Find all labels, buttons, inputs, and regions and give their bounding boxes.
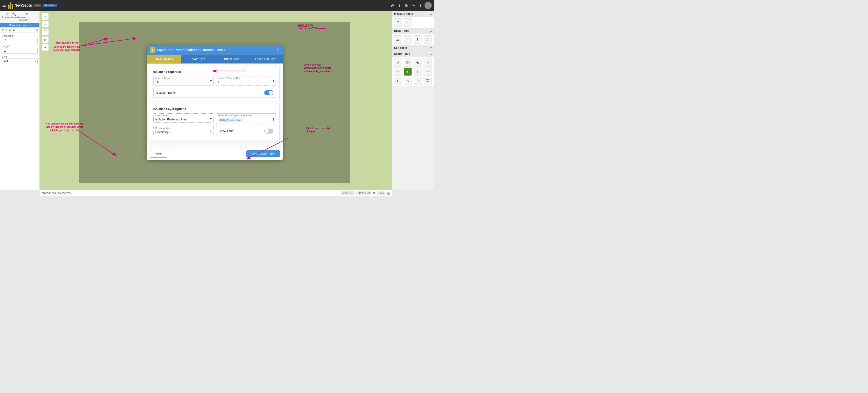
septic-tool-5[interactable]: ⊣ (394, 68, 402, 76)
units-value: foot (3, 60, 8, 63)
nav-forward-arrow[interactable]: › (36, 15, 38, 19)
map-location-button[interactable]: ⊕ (42, 36, 49, 43)
expand-button[interactable]: ⛶ (42, 29, 49, 35)
save-button[interactable]: Save Layer Edits (246, 150, 279, 157)
measure-tools-toggle-icon: ▲ (430, 13, 432, 15)
tab-buffer-style[interactable]: Buffer Style (215, 55, 249, 63)
layer-controls: ① 👁 🔒 ★ ✕ (0, 27, 39, 33)
septic-tools-header[interactable]: Septic Tools ▲ (392, 51, 434, 57)
units-label: Units (2, 55, 38, 58)
layer-back-icon[interactable]: ① (1, 28, 4, 32)
isolation-distance-group: Isolation Distance (153, 76, 214, 86)
tab-layer-style[interactable]: Layer Style (181, 55, 215, 63)
basic-tool-2[interactable]: ⬚ (404, 35, 412, 43)
modal-close-button[interactable]: × (276, 48, 279, 52)
basic-tool-4[interactable]: ⚓ (424, 35, 432, 43)
layers-icon: ⊞ (6, 12, 9, 16)
isolation-distance-unit-group: Isolation Distance Unit ft m (216, 76, 276, 86)
septic-tool-11[interactable]: T↑ (413, 77, 422, 85)
version-badge: 2.9.4 (34, 4, 41, 7)
modal-overlay: ◈ Layer Edit Prompt (Isolation Features … (79, 22, 350, 183)
septic-tool-1[interactable]: ↺ (394, 59, 402, 67)
show-label-label: Show Label (219, 129, 262, 133)
app-name: NewSeptic (14, 3, 33, 7)
app-logo: NewSeptic 2.9.4 First Map (8, 2, 57, 9)
septic-tool-9[interactable]: ⬆ (394, 77, 402, 85)
modal-header-icon: ◈ (150, 47, 155, 53)
layer-name-feature-row: Layer Name Isolation Features Lines Sele… (153, 113, 276, 124)
geometry-type-group: Geometry Type LineString Point Polygon (153, 126, 214, 136)
basic-tools-header[interactable]: Basic Tools ▲ (392, 28, 434, 34)
modal-tabs: Layer Options Layer Style Buffer Style L… (147, 55, 283, 63)
nav-tab-layers[interactable]: ⊞ Layers (4, 12, 11, 21)
isolation-buffer-toggle[interactable] (264, 90, 273, 95)
top-bar: ☰ NewSeptic 2.9.4 First Map 🖨 ℹ ⚙ ✂ ℹ (0, 0, 434, 11)
first-map-badge[interactable]: First Map (43, 4, 57, 7)
basic-tool-3[interactable]: ⬇ (413, 35, 422, 43)
septic-tools-toggle-icon: ▲ (430, 53, 432, 55)
layer-lock-icon[interactable]: 🔒 (8, 28, 12, 32)
map-add-button[interactable]: + (42, 44, 49, 51)
length-input[interactable] (2, 48, 38, 54)
soil-tools-header[interactable]: Soil Tools ▼ (392, 45, 434, 51)
nav-tab-feature-properties[interactable]: ≡ Feature Properties (18, 12, 36, 21)
zoom-badge: Zoom 20.0 (341, 191, 355, 195)
layer-close-icon[interactable]: ✕ (36, 28, 38, 32)
logo-bars-icon (8, 2, 13, 9)
select-feature-chip: Utility Service Line (218, 118, 243, 122)
geometry-showlabel-row: Geometry Type LineString Point Polygon S… (153, 126, 276, 136)
layer-eye-icon[interactable]: 👁 (5, 28, 7, 32)
help-icon[interactable]: ℹ (419, 2, 422, 9)
modal-header: ◈ Layer Edit Prompt (Isolation Features … (147, 45, 283, 55)
septic-tool-3[interactable]: Hs (413, 59, 422, 67)
septic-tool-10[interactable]: △ (404, 77, 412, 85)
avatar[interactable] (425, 2, 432, 9)
measure-tool-2[interactable]: ⬚ (404, 18, 412, 27)
septic-tool-8[interactable]: ↩ (424, 68, 432, 76)
basic-tool-1[interactable]: ☁ (394, 35, 402, 43)
left-panel-nav: ‹ ⊞ Layers 🔍 Search ≡ Feature Properties… (0, 11, 39, 23)
zoom-in-button[interactable]: + (42, 13, 49, 20)
next-button[interactable]: Next (150, 150, 167, 158)
select-feature-group: Select Feature Type or Insert New Utilit… (216, 113, 276, 124)
left-form: Description Length Units foot ▾ (0, 33, 39, 189)
left-panel: ‹ ⊞ Layers 🔍 Search ≡ Feature Properties… (0, 11, 40, 189)
layer-star-icon[interactable]: ★ (13, 28, 15, 32)
cut-icon[interactable]: ✂ (411, 2, 416, 9)
print-icon[interactable]: 🖨 (390, 2, 396, 9)
nav-back-arrow[interactable]: ‹ (2, 15, 3, 19)
septic-tool-4[interactable]: ⚡ (424, 59, 432, 67)
isolation-buffer-knob (269, 91, 273, 95)
layer-edit-modal: ◈ Layer Edit Prompt (Isolation Features … (147, 45, 283, 160)
menu-icon[interactable]: ☰ (2, 3, 6, 8)
soil-tools-title: Soil Tools (394, 46, 407, 50)
map-area[interactable]: + − ⛶ ⊕ + Mult-tabbed form Click on the … (40, 11, 392, 189)
septic-tool-2[interactable]: 🏠 (404, 59, 412, 67)
nav-tab-search[interactable]: 🔍 Search (11, 12, 18, 21)
measure-tool-1[interactable]: 📍 (394, 18, 402, 27)
description-label: Description (2, 34, 38, 37)
isolation-layer-options-title: Isolation Layer Options (153, 107, 276, 111)
length-label: Length (2, 45, 38, 48)
septic-tool-7[interactable]: ℹ (413, 68, 422, 76)
tab-layer-options[interactable]: Layer Options (147, 55, 181, 63)
description-input[interactable] (2, 38, 38, 43)
modal-body: Isolation Properties Isolation Distance … (147, 63, 283, 148)
tab-layer-text-style[interactable]: Layer Text Style (249, 55, 283, 63)
zoom-out-button[interactable]: − (42, 21, 49, 28)
status-settings-icon[interactable]: ⚙ (373, 192, 375, 195)
status-home-icon[interactable]: 🏠 (387, 192, 390, 195)
septic-tool-12[interactable]: 📅 (424, 77, 432, 85)
show-label-toggle[interactable] (264, 128, 273, 133)
info-icon[interactable]: ℹ (398, 2, 401, 9)
septic-tool-6-active[interactable]: ● (404, 68, 412, 76)
units-badge[interactable]: Units (377, 191, 385, 195)
settings-icon[interactable]: ⚙ (404, 2, 409, 9)
show-label-toggle-row: Show Label (216, 126, 276, 136)
units-select-row[interactable]: foot ▾ (2, 59, 38, 64)
nav-tabs: ⊞ Layers 🔍 Search ≡ Feature Properties (4, 12, 36, 21)
isolation-distance-label: Isolation Distance (155, 77, 173, 80)
measure-tools-header[interactable]: Measure Tools ▲ (392, 11, 434, 17)
layer-name-group: Layer Name Isolation Features Lines (153, 113, 214, 124)
measure-bar: Measure Length (1) (0, 23, 39, 27)
